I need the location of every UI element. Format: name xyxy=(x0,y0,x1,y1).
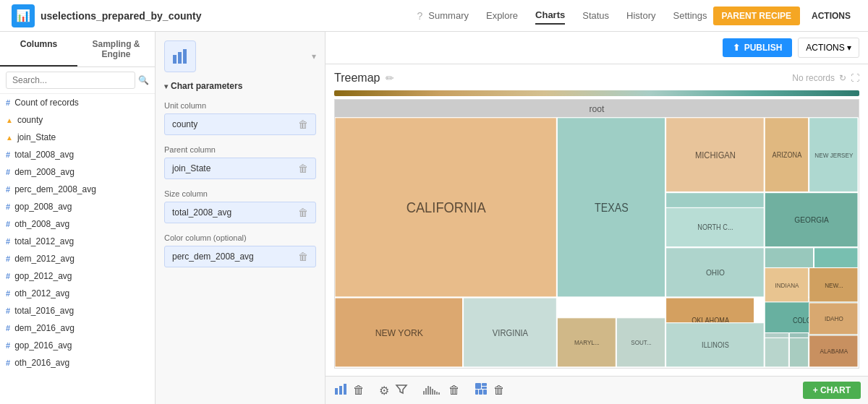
delete-histogram-icon[interactable]: 🗑 xyxy=(447,382,461,398)
size-column-delete[interactable]: 🗑 xyxy=(298,207,308,218)
column-item[interactable]: #dem_2016_avg xyxy=(0,319,155,337)
svg-text:ARIZONA: ARIZONA xyxy=(773,151,802,160)
column-item[interactable]: #perc_dem_2008_avg xyxy=(0,181,155,198)
center-panel: ▾ ▾ Chart parameters Unit column county … xyxy=(156,32,326,404)
nav-history[interactable]: History xyxy=(626,7,655,24)
col-type-icon: # xyxy=(6,324,10,332)
parent-recipe-button[interactable]: PARENT RECIPE xyxy=(713,7,800,25)
sidebar-tabs: Columns Sampling & Engine xyxy=(0,32,155,67)
svg-text:VIRGINIA: VIRGINIA xyxy=(493,327,528,338)
col-type-icon: ▲ xyxy=(6,116,13,124)
svg-rect-56 xyxy=(339,386,342,395)
svg-text:MARYL...: MARYL... xyxy=(574,339,600,346)
size-column-label: Size column xyxy=(164,189,316,198)
nav-status[interactable]: Status xyxy=(582,7,609,24)
col-type-icon: # xyxy=(6,237,10,246)
column-item[interactable]: #total_2008_avg xyxy=(0,146,155,163)
unit-column-delete[interactable]: 🗑 xyxy=(298,119,308,130)
color-column-field[interactable]: perc_dem_2008_avg 🗑 xyxy=(164,246,316,267)
column-item[interactable]: ▲join_State xyxy=(0,129,155,146)
add-chart-button[interactable]: + CHART xyxy=(803,382,861,399)
delete-chart-icon[interactable]: 🗑 xyxy=(352,382,366,398)
column-item[interactable]: #gop_2016_avg xyxy=(0,337,155,354)
app-icon: 📊 xyxy=(12,4,35,27)
color-column-delete[interactable]: 🗑 xyxy=(298,251,308,262)
unit-column-field[interactable]: county 🗑 xyxy=(164,113,316,135)
column-item[interactable]: #gop_2012_avg xyxy=(0,267,155,285)
column-item[interactable]: #oth_2016_avg xyxy=(0,354,155,371)
chart-icon-area: ▾ xyxy=(164,40,316,72)
col-type-icon: # xyxy=(6,168,10,176)
filter-icon[interactable] xyxy=(393,381,409,400)
chart-params-header: ▾ Chart parameters xyxy=(164,81,316,91)
parent-column-delete[interactable]: 🗑 xyxy=(298,163,308,174)
publish-button[interactable]: ⬆ PUBLISH xyxy=(723,38,793,57)
column-item[interactable]: #total_2012_avg xyxy=(0,233,155,250)
nav-explore[interactable]: Explore xyxy=(486,7,518,24)
svg-text:CALIFORNIA: CALIFORNIA xyxy=(407,199,486,215)
actions-dropdown-button[interactable]: ACTIONS ▾ xyxy=(798,38,859,58)
svg-rect-63 xyxy=(434,390,435,395)
help-icon[interactable]: ? xyxy=(417,10,423,22)
col-name: gop_2012_avg xyxy=(14,271,72,281)
refresh-icon[interactable]: ↻ xyxy=(839,73,846,83)
svg-rect-69 xyxy=(475,390,478,395)
svg-text:NORTH C...: NORTH C... xyxy=(697,223,733,232)
treemap-icon[interactable] xyxy=(473,381,489,400)
column-item[interactable]: #oth_2012_avg xyxy=(0,285,155,302)
publish-icon: ⬆ xyxy=(733,43,740,53)
nav-charts[interactable]: Charts xyxy=(535,7,565,25)
chart-title-area: Treemap ✏ xyxy=(334,72,394,85)
columns-list: #Count of records▲county▲join_State#tota… xyxy=(0,94,155,404)
column-item[interactable]: #oth_2008_avg xyxy=(0,215,155,233)
column-item[interactable]: #total_2016_avg xyxy=(0,302,155,319)
col-type-icon: # xyxy=(6,150,10,159)
column-item[interactable]: #dem_2012_avg xyxy=(0,250,155,267)
search-input[interactable] xyxy=(6,72,135,89)
svg-text:ALABAMA: ALABAMA xyxy=(820,348,848,355)
no-records-status: No records ↻ ⛶ xyxy=(792,73,859,83)
svg-text:NEW JERSEY: NEW JERSEY xyxy=(814,151,853,158)
edit-title-icon[interactable]: ✏ xyxy=(386,72,394,84)
size-column-field[interactable]: total_2008_avg 🗑 xyxy=(164,202,316,223)
color-column-section: Color column (optional) perc_dem_2008_av… xyxy=(164,233,316,267)
col-name: total_2012_avg xyxy=(14,236,74,246)
col-name: dem_2016_avg xyxy=(14,323,75,333)
delete-treemap-icon[interactable]: 🗑 xyxy=(492,382,506,398)
parent-column-field[interactable]: join_State 🗑 xyxy=(164,158,316,179)
svg-rect-60 xyxy=(427,386,429,395)
column-item[interactable]: #gop_2008_avg xyxy=(0,198,155,215)
column-item[interactable]: #dem_2008_avg xyxy=(0,163,155,181)
col-name: county xyxy=(17,115,43,125)
column-item[interactable]: ▲county xyxy=(0,111,155,129)
col-type-icon: # xyxy=(6,306,10,315)
gear-icon[interactable]: ⚙ xyxy=(378,382,391,399)
svg-text:TEXAS: TEXAS xyxy=(595,201,629,214)
chart-type-icon[interactable] xyxy=(164,40,196,72)
nav-settings[interactable]: Settings xyxy=(673,7,707,24)
svg-text:INDIANA: INDIANA xyxy=(775,281,799,288)
expand-icon[interactable]: ⛶ xyxy=(851,73,859,83)
actions-button[interactable]: ACTIONS xyxy=(806,7,856,25)
svg-rect-64 xyxy=(436,392,438,395)
column-item[interactable]: #Count of records xyxy=(0,94,155,111)
svg-rect-1 xyxy=(178,52,182,64)
chart-bar-icon[interactable] xyxy=(333,381,349,400)
svg-text:SOUT...: SOUT... xyxy=(631,339,652,346)
treemap-container[interactable]: root rootCALIFORNIATEXASNEW YORKVIRGINIA… xyxy=(334,99,859,369)
histogram-icon[interactable] xyxy=(421,381,444,400)
col-name: Count of records xyxy=(14,98,79,108)
nav-summary[interactable]: Summary xyxy=(428,7,469,24)
parent-column-section: Parent column join_State 🗑 xyxy=(164,145,316,179)
treemap-group: 🗑 xyxy=(473,381,506,400)
tab-sampling[interactable]: Sampling & Engine xyxy=(77,32,155,66)
col-name: oth_2016_avg xyxy=(14,358,69,368)
svg-rect-2 xyxy=(183,49,187,64)
col-type-icon: # xyxy=(6,289,10,298)
tab-columns[interactable]: Columns xyxy=(0,32,77,66)
col-name: oth_2008_avg xyxy=(14,219,69,229)
svg-text:ILLINOIS: ILLINOIS xyxy=(702,341,729,350)
search-icon: 🔍 xyxy=(138,75,149,85)
chart-type-dropdown[interactable]: ▾ xyxy=(312,51,316,61)
unit-column-section: Unit column county 🗑 xyxy=(164,101,316,135)
